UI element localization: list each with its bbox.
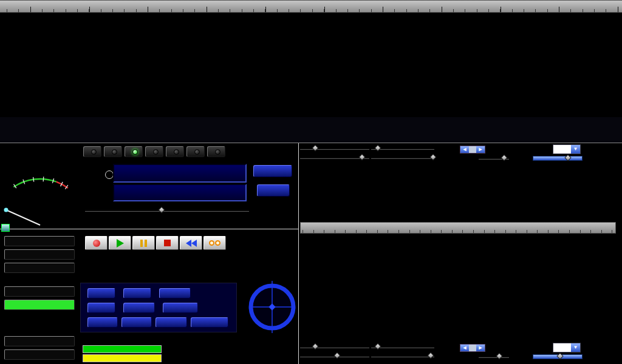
combo-dropdown-icon[interactable]: ▼ bbox=[571, 145, 580, 153]
panel-separator bbox=[0, 143, 622, 143]
tune-frequency-display[interactable] bbox=[113, 184, 247, 201]
waterfall-scroll[interactable]: ◄► bbox=[460, 146, 485, 153]
zoom-slider-2[interactable] bbox=[533, 353, 583, 360]
mode-button-cw[interactable] bbox=[186, 146, 205, 157]
avg-combo-value[interactable] bbox=[553, 145, 571, 153]
zoom-waterfall[interactable] bbox=[304, 163, 615, 221]
main-spectrum-strip[interactable] bbox=[0, 117, 622, 143]
spectrum-upper-limit-slider[interactable] bbox=[300, 154, 369, 161]
mode-led-icon bbox=[215, 149, 220, 155]
mode-button-fm[interactable] bbox=[125, 146, 143, 157]
slider-handle[interactable] bbox=[427, 352, 434, 359]
volume-slider-handle[interactable] bbox=[158, 206, 165, 213]
transport-controls bbox=[85, 236, 226, 250]
info-update-button[interactable] bbox=[4, 286, 75, 297]
frequency-ruler[interactable] bbox=[0, 0, 622, 13]
agc-button[interactable] bbox=[123, 303, 155, 313]
stop-button[interactable] bbox=[156, 236, 179, 250]
options-button[interactable] bbox=[4, 263, 75, 273]
spectrum-offset-slider[interactable] bbox=[479, 155, 509, 162]
volume-slider[interactable] bbox=[85, 207, 249, 214]
samplerate-button[interactable] bbox=[4, 249, 75, 260]
spectrum-lower-limit-slider-2[interactable] bbox=[371, 352, 434, 360]
zoom-spectrum[interactable] bbox=[304, 235, 613, 341]
slider-handle[interactable] bbox=[358, 153, 365, 160]
mode-button-ecss[interactable] bbox=[104, 146, 122, 157]
mode-led-icon bbox=[153, 149, 159, 155]
cw-afc-button[interactable] bbox=[121, 317, 152, 328]
spectrum-offset-slider-2[interactable] bbox=[479, 353, 509, 360]
scroll-right-icon[interactable]: ► bbox=[476, 146, 485, 153]
slider-handle[interactable] bbox=[375, 343, 381, 349]
vfo-a-badge[interactable] bbox=[105, 170, 114, 179]
zoom-slider[interactable] bbox=[533, 155, 583, 162]
record-button[interactable] bbox=[85, 236, 108, 250]
play-icon bbox=[117, 239, 124, 248]
despread-button[interactable] bbox=[163, 303, 198, 313]
waterfall-upper-limit-slider[interactable] bbox=[300, 145, 369, 152]
extio-button[interactable] bbox=[257, 184, 290, 197]
nb-button[interactable] bbox=[123, 288, 151, 298]
fullscreen-button[interactable] bbox=[4, 300, 75, 310]
slider-handle[interactable] bbox=[312, 144, 318, 151]
slider-handle[interactable] bbox=[496, 352, 502, 359]
s-meter-needle-tip bbox=[4, 208, 9, 212]
waterfall-lower-limit-slider[interactable] bbox=[371, 145, 434, 152]
loop-button[interactable] bbox=[203, 236, 226, 250]
mode-button-am[interactable] bbox=[83, 146, 101, 157]
s-meter-green-arc bbox=[13, 179, 56, 187]
notch-button[interactable] bbox=[159, 288, 191, 298]
s-meter bbox=[1, 147, 78, 226]
play-button[interactable] bbox=[109, 236, 131, 250]
cpu-total-bar bbox=[83, 355, 161, 362]
scroll-left-icon[interactable]: ◄ bbox=[460, 146, 469, 153]
left-section-separator bbox=[0, 229, 298, 229]
minimize-button[interactable] bbox=[4, 336, 75, 346]
mute-button[interactable] bbox=[87, 303, 115, 313]
waterfall-upper-limit-slider-2[interactable] bbox=[300, 343, 369, 351]
phase-indicator bbox=[245, 277, 299, 335]
avg-combo[interactable]: ▼ bbox=[553, 144, 581, 154]
cpu-total-meter bbox=[83, 354, 162, 362]
stop-icon bbox=[164, 240, 171, 246]
cpu-hdsdr-bar bbox=[83, 346, 161, 352]
mode-button-usb[interactable] bbox=[166, 146, 184, 157]
mode-led-icon bbox=[194, 149, 200, 155]
avg-combo-value[interactable] bbox=[553, 343, 571, 352]
waterfall-lower-limit-slider-2[interactable] bbox=[371, 343, 434, 351]
exit-button[interactable] bbox=[4, 349, 75, 360]
slider-handle[interactable] bbox=[312, 343, 318, 349]
main-waterfall[interactable] bbox=[0, 0, 622, 104]
slider-handle[interactable] bbox=[429, 153, 436, 160]
slider-handle[interactable] bbox=[501, 154, 507, 161]
mode-button-lsb[interactable] bbox=[145, 146, 163, 157]
mode-led-icon bbox=[132, 149, 138, 155]
cw-zap-button[interactable] bbox=[87, 317, 118, 328]
soundcard-button[interactable] bbox=[4, 236, 75, 246]
cw-peak-button[interactable] bbox=[156, 317, 187, 328]
loop-icon bbox=[209, 240, 220, 246]
rewind-button[interactable] bbox=[180, 236, 202, 250]
combo-dropdown-icon[interactable]: ▼ bbox=[571, 343, 580, 352]
scroll-left-icon[interactable]: ◄ bbox=[460, 345, 469, 351]
spectrum-lower-limit-slider[interactable] bbox=[371, 154, 434, 161]
main-spectrum-canvas[interactable] bbox=[0, 117, 622, 143]
meter-collapse-button[interactable] bbox=[1, 224, 10, 232]
freqmgr-button[interactable] bbox=[253, 165, 292, 177]
mode-led-icon bbox=[174, 149, 179, 155]
scroll-right-icon[interactable]: ► bbox=[476, 345, 485, 351]
mode-button-row bbox=[83, 146, 225, 157]
slider-handle[interactable] bbox=[375, 144, 381, 151]
pause-button[interactable] bbox=[132, 236, 155, 250]
mode-button-drm[interactable] bbox=[207, 146, 225, 157]
cw-fullbw-button[interactable] bbox=[191, 317, 228, 328]
nr-button[interactable] bbox=[87, 288, 115, 298]
spectrum-upper-limit-slider-2[interactable] bbox=[300, 352, 369, 360]
zoom-frequency-scale[interactable] bbox=[300, 222, 616, 234]
lo-frequency-display[interactable] bbox=[113, 164, 247, 183]
slider-handle[interactable] bbox=[333, 352, 340, 359]
hdsdr-window: ◄► ▼ ◄► ▼ bbox=[0, 0, 622, 364]
volume-slider-track[interactable] bbox=[85, 210, 249, 211]
waterfall-scroll-2[interactable]: ◄► bbox=[460, 344, 485, 352]
avg-combo-2[interactable]: ▼ bbox=[553, 343, 581, 352]
